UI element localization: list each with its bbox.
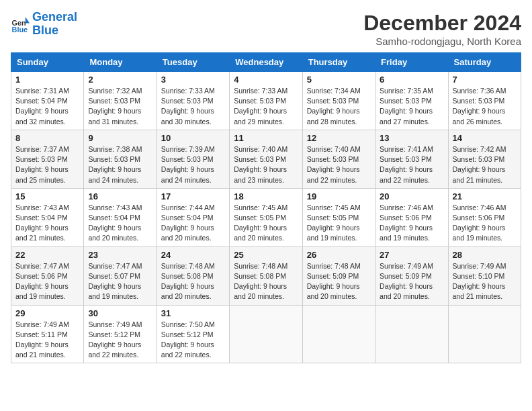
day-number: 19 (307, 191, 371, 201)
day-info: Sunrise: 7:47 AM Sunset: 5:07 PM Dayligh… (88, 261, 152, 302)
day-info: Sunrise: 7:37 AM Sunset: 5:03 PM Dayligh… (15, 144, 79, 185)
calendar-cell: 11 Sunrise: 7:40 AM Sunset: 5:03 PM Dayl… (230, 130, 302, 188)
day-number: 8 (15, 133, 79, 143)
day-info: Sunrise: 7:36 AM Sunset: 5:03 PM Dayligh… (453, 86, 517, 127)
day-number: 9 (88, 133, 152, 143)
calendar-table: SundayMondayTuesdayWednesdayThursdayFrid… (11, 52, 521, 363)
weekday-header-monday: Monday (84, 53, 157, 72)
day-number: 26 (307, 250, 371, 260)
day-info: Sunrise: 7:43 AM Sunset: 5:04 PM Dayligh… (88, 203, 152, 244)
day-number: 2 (88, 75, 152, 85)
day-info: Sunrise: 7:48 AM Sunset: 5:08 PM Dayligh… (161, 261, 225, 302)
calendar-cell: 29 Sunrise: 7:49 AM Sunset: 5:11 PM Dayl… (11, 305, 84, 363)
day-number: 1 (15, 75, 79, 85)
calendar-cell: 20 Sunrise: 7:46 AM Sunset: 5:06 PM Dayl… (375, 188, 448, 246)
calendar-cell: 27 Sunrise: 7:49 AM Sunset: 5:09 PM Dayl… (375, 246, 448, 305)
calendar-cell: 18 Sunrise: 7:45 AM Sunset: 5:05 PM Dayl… (230, 188, 302, 246)
weekday-header-tuesday: Tuesday (157, 53, 229, 72)
month-title: December 2024 (363, 11, 521, 36)
day-info: Sunrise: 7:31 AM Sunset: 5:04 PM Dayligh… (15, 86, 79, 127)
svg-marker-2 (26, 17, 30, 23)
day-number: 17 (161, 191, 225, 201)
calendar-cell (302, 305, 375, 363)
calendar-week-row: 29 Sunrise: 7:49 AM Sunset: 5:11 PM Dayl… (11, 305, 521, 363)
weekday-header-sunday: Sunday (11, 53, 84, 72)
day-info: Sunrise: 7:46 AM Sunset: 5:06 PM Dayligh… (453, 203, 517, 244)
day-number: 18 (234, 191, 298, 201)
calendar-cell: 7 Sunrise: 7:36 AM Sunset: 5:03 PM Dayli… (448, 72, 521, 130)
title-section: December 2024 Samho-rodongjagu, North Ko… (363, 11, 521, 47)
day-number: 22 (15, 250, 79, 260)
calendar-cell: 10 Sunrise: 7:39 AM Sunset: 5:03 PM Dayl… (157, 130, 229, 188)
calendar-cell (230, 305, 302, 363)
day-info: Sunrise: 7:47 AM Sunset: 5:06 PM Dayligh… (15, 261, 79, 302)
day-number: 11 (234, 133, 298, 143)
day-number: 3 (161, 75, 225, 85)
calendar-cell (448, 305, 521, 363)
day-info: Sunrise: 7:49 AM Sunset: 5:12 PM Dayligh… (88, 320, 152, 361)
calendar-cell: 19 Sunrise: 7:45 AM Sunset: 5:05 PM Dayl… (302, 188, 375, 246)
day-info: Sunrise: 7:40 AM Sunset: 5:03 PM Dayligh… (234, 144, 298, 185)
calendar-cell: 26 Sunrise: 7:48 AM Sunset: 5:09 PM Dayl… (302, 246, 375, 305)
day-info: Sunrise: 7:49 AM Sunset: 5:10 PM Dayligh… (453, 261, 517, 302)
logo: Gen Blue General Blue (11, 11, 77, 38)
day-number: 10 (161, 133, 225, 143)
day-info: Sunrise: 7:43 AM Sunset: 5:04 PM Dayligh… (15, 203, 79, 244)
day-info: Sunrise: 7:32 AM Sunset: 5:03 PM Dayligh… (88, 86, 152, 127)
calendar-cell: 12 Sunrise: 7:40 AM Sunset: 5:03 PM Dayl… (302, 130, 375, 188)
day-number: 29 (15, 308, 79, 318)
day-info: Sunrise: 7:35 AM Sunset: 5:03 PM Dayligh… (380, 86, 443, 127)
day-info: Sunrise: 7:42 AM Sunset: 5:03 PM Dayligh… (453, 144, 517, 185)
calendar-cell: 24 Sunrise: 7:48 AM Sunset: 5:08 PM Dayl… (157, 246, 229, 305)
page-header: Gen Blue General Blue December 2024 Samh… (11, 11, 521, 47)
calendar-cell: 13 Sunrise: 7:41 AM Sunset: 5:03 PM Dayl… (375, 130, 448, 188)
calendar-cell: 14 Sunrise: 7:42 AM Sunset: 5:03 PM Dayl… (448, 130, 521, 188)
day-number: 27 (380, 250, 443, 260)
calendar-week-row: 8 Sunrise: 7:37 AM Sunset: 5:03 PM Dayli… (11, 130, 521, 188)
day-info: Sunrise: 7:40 AM Sunset: 5:03 PM Dayligh… (307, 144, 371, 185)
day-number: 20 (380, 191, 443, 201)
day-number: 23 (88, 250, 152, 260)
day-number: 7 (453, 75, 517, 85)
day-number: 30 (88, 308, 152, 318)
weekday-header-saturday: Saturday (448, 53, 521, 72)
calendar-cell: 21 Sunrise: 7:46 AM Sunset: 5:06 PM Dayl… (448, 188, 521, 246)
day-number: 14 (453, 133, 517, 143)
weekday-header-thursday: Thursday (302, 53, 375, 72)
day-info: Sunrise: 7:46 AM Sunset: 5:06 PM Dayligh… (380, 203, 443, 244)
calendar-cell: 31 Sunrise: 7:50 AM Sunset: 5:12 PM Dayl… (157, 305, 229, 363)
day-info: Sunrise: 7:33 AM Sunset: 5:03 PM Dayligh… (234, 86, 298, 127)
calendar-week-row: 22 Sunrise: 7:47 AM Sunset: 5:06 PM Dayl… (11, 246, 521, 305)
calendar-week-row: 1 Sunrise: 7:31 AM Sunset: 5:04 PM Dayli… (11, 72, 521, 130)
calendar-cell: 28 Sunrise: 7:49 AM Sunset: 5:10 PM Dayl… (448, 246, 521, 305)
calendar-cell: 22 Sunrise: 7:47 AM Sunset: 5:06 PM Dayl… (11, 246, 84, 305)
calendar-cell: 16 Sunrise: 7:43 AM Sunset: 5:04 PM Dayl… (84, 188, 157, 246)
day-number: 4 (234, 75, 298, 85)
calendar-cell: 6 Sunrise: 7:35 AM Sunset: 5:03 PM Dayli… (375, 72, 448, 130)
day-number: 15 (15, 191, 79, 201)
day-number: 13 (380, 133, 443, 143)
day-number: 24 (161, 250, 225, 260)
day-info: Sunrise: 7:44 AM Sunset: 5:04 PM Dayligh… (161, 203, 225, 244)
calendar-cell: 15 Sunrise: 7:43 AM Sunset: 5:04 PM Dayl… (11, 188, 84, 246)
day-number: 6 (380, 75, 443, 85)
day-info: Sunrise: 7:33 AM Sunset: 5:03 PM Dayligh… (161, 86, 225, 127)
calendar-cell: 2 Sunrise: 7:32 AM Sunset: 5:03 PM Dayli… (84, 72, 157, 130)
day-number: 21 (453, 191, 517, 201)
calendar-week-row: 15 Sunrise: 7:43 AM Sunset: 5:04 PM Dayl… (11, 188, 521, 246)
weekday-header-friday: Friday (375, 53, 448, 72)
calendar-cell: 8 Sunrise: 7:37 AM Sunset: 5:03 PM Dayli… (11, 130, 84, 188)
calendar-cell: 17 Sunrise: 7:44 AM Sunset: 5:04 PM Dayl… (157, 188, 229, 246)
day-number: 25 (234, 250, 298, 260)
logo-text-general: General (32, 11, 77, 24)
calendar-cell: 25 Sunrise: 7:48 AM Sunset: 5:08 PM Dayl… (230, 246, 302, 305)
calendar-cell: 23 Sunrise: 7:47 AM Sunset: 5:07 PM Dayl… (84, 246, 157, 305)
day-info: Sunrise: 7:48 AM Sunset: 5:09 PM Dayligh… (307, 261, 371, 302)
day-info: Sunrise: 7:45 AM Sunset: 5:05 PM Dayligh… (307, 203, 371, 244)
day-info: Sunrise: 7:39 AM Sunset: 5:03 PM Dayligh… (161, 144, 225, 185)
calendar-cell (375, 305, 448, 363)
day-number: 5 (307, 75, 371, 85)
calendar-cell: 1 Sunrise: 7:31 AM Sunset: 5:04 PM Dayli… (11, 72, 84, 130)
day-info: Sunrise: 7:50 AM Sunset: 5:12 PM Dayligh… (161, 320, 225, 361)
day-number: 28 (453, 250, 517, 260)
